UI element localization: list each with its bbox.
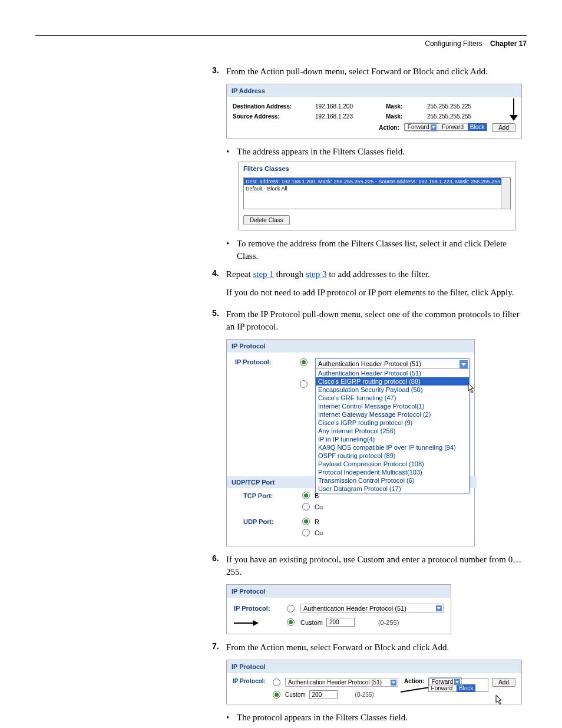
- arrow-annotation: [234, 620, 260, 626]
- dest-addr-label: Destination Address:: [233, 103, 297, 110]
- action-selected: Forward: [432, 678, 454, 685]
- custom-label: Custom: [300, 619, 323, 626]
- proto-opt[interactable]: OSPF routing protocol (89): [316, 452, 469, 460]
- step-3: 3. From the Action pull-down menu, selec…: [212, 65, 527, 78]
- frag-cu: Cu: [315, 503, 323, 510]
- radio-tcp-list[interactable]: [302, 492, 310, 499]
- radio-list[interactable]: [273, 678, 280, 686]
- ip-address-panel: IP Address Destination Address: 192.168.…: [226, 84, 522, 139]
- frag-r: R: [315, 518, 319, 525]
- step-7: 7. From the Action menu, select Forward …: [212, 641, 527, 654]
- panel-header: IP Protocol: [227, 660, 521, 673]
- proto-select[interactable]: Authentication Header Protocol (51): [300, 604, 444, 613]
- proto-opt[interactable]: Internet Control Message Protocol(1): [316, 402, 469, 410]
- step-4: 4. Repeat step 1 through step 3 to add a…: [212, 268, 527, 281]
- range-hint: (0-255): [355, 691, 374, 698]
- proto-opt[interactable]: Cisco's IGRP routing protocol (9): [316, 419, 469, 427]
- custom-label: Custom: [285, 691, 305, 698]
- proto-opt[interactable]: Any Internet Protocol (256): [316, 427, 469, 435]
- custom-value-input[interactable]: [309, 690, 338, 699]
- ip-protocol-custom-panel: IP Protocol IP Protocol: Authentication …: [226, 584, 451, 634]
- step-num: 6.: [212, 554, 226, 578]
- dest-addr-value: 192.168.1.200: [315, 103, 368, 110]
- filters-listbox[interactable]: Dest. address: 192.168.1.200, Mask: 255.…: [243, 177, 511, 209]
- action-opt-forward[interactable]: Forward: [439, 123, 466, 131]
- cursor-icon: [468, 383, 476, 393]
- proto-opt[interactable]: User Datagram Protocol (17): [316, 485, 469, 493]
- proto-opt[interactable]: Protocol Independent Multicast(103): [316, 468, 469, 476]
- chevron-down-icon: [431, 124, 437, 130]
- section-title: Configuring Filters: [425, 39, 482, 48]
- proto-select[interactable]: Authentication Header Protocol (51): [285, 678, 398, 687]
- radio-custom[interactable]: [273, 691, 280, 699]
- step-num: 5.: [212, 308, 226, 333]
- chevron-down-icon: [391, 680, 396, 686]
- chevron-down-icon: [436, 605, 442, 611]
- mask-label: Mask:: [386, 113, 409, 120]
- radio-udp-list[interactable]: [302, 518, 310, 525]
- radio-udp-custom[interactable]: [302, 529, 310, 536]
- step-5: 5. From the IP Protocol pull-down menu, …: [212, 308, 527, 333]
- ip-protocol-label: IP Protocol:: [235, 358, 300, 365]
- step-text: If you have an existing protocol, use Cu…: [226, 554, 527, 578]
- range-hint: (0-255): [378, 619, 399, 626]
- delete-class-button[interactable]: Delete Class: [243, 215, 290, 225]
- proto-opt[interactable]: KA9Q NOS compatible IP over IP tunneling…: [316, 443, 469, 452]
- step1-link[interactable]: step 1: [253, 269, 273, 279]
- custom-value-input[interactable]: [326, 618, 355, 627]
- step-text: From the Action pull-down menu, select F…: [226, 65, 527, 78]
- bullet-dot: [226, 238, 237, 262]
- mask-label: Mask:: [386, 103, 409, 110]
- src-addr-value: 192.168.1.223: [315, 113, 368, 120]
- arrow-annotation: [508, 98, 519, 122]
- bullet-text: To remove the address from the Filters C…: [237, 238, 527, 262]
- tcp-port-label: TCP Port:: [243, 492, 302, 499]
- scrollbar[interactable]: [501, 178, 510, 209]
- radio-tcp-custom[interactable]: [302, 503, 310, 510]
- filters-row[interactable]: Default - Block All: [244, 185, 510, 192]
- src-addr-label: Source Address:: [233, 113, 297, 120]
- filters-header: Filters Classes: [239, 162, 515, 175]
- panel-header: IP Protocol: [227, 585, 451, 598]
- frag-cu2: Cu: [315, 529, 323, 536]
- radio-list[interactable]: [287, 605, 295, 612]
- proto-selected-text: Authentication Header Protocol (51): [303, 605, 406, 612]
- radio-protocol-list[interactable]: [300, 358, 308, 366]
- ip-protocol-dropdown[interactable]: Authentication Header Protocol (51) Auth…: [315, 358, 470, 493]
- action-dropdown[interactable]: Forward Forward Block: [404, 123, 487, 131]
- proto-opt[interactable]: Internet Gateway Message Protocol (2): [316, 410, 469, 419]
- step3-link[interactable]: step 3: [306, 269, 326, 279]
- proto-opt[interactable]: Cisco's EIGRP routing protocol (88): [316, 377, 469, 386]
- bullet-text: The address appears in the Filters Class…: [237, 146, 405, 158]
- bullet-address-appears: The address appears in the Filters Class…: [226, 146, 527, 158]
- proto-opt[interactable]: IP in IP tunneling(4): [316, 435, 469, 443]
- proto-opt[interactable]: Transmission Control Protocol (6): [316, 476, 469, 485]
- t: Repeat: [226, 269, 253, 279]
- add-button[interactable]: Add: [492, 123, 515, 132]
- bullet-remove-address: To remove the address from the Filters C…: [226, 238, 527, 262]
- proto-opt[interactable]: Cisco's GRE tunneling (47): [316, 394, 469, 402]
- bullet-dot: [226, 711, 237, 724]
- radio-protocol-custom[interactable]: [300, 380, 308, 388]
- bullet-text: The protocol appears in the Filters Clas…: [237, 711, 408, 724]
- action-opt-block[interactable]: Block: [468, 123, 487, 131]
- action-dropdown[interactable]: Forward Forward Block: [428, 678, 489, 692]
- step-4-note: If you do not need to add IP protocol or…: [226, 286, 527, 299]
- src-mask-value: 255.255.255.255: [427, 113, 486, 120]
- step-text: From the IP Protocol pull-down menu, sel…: [226, 308, 527, 333]
- filters-row-selected[interactable]: Dest. address: 192.168.1.200, Mask: 255.…: [244, 178, 510, 185]
- udp-port-label: UDP Port:: [243, 518, 302, 525]
- t: to add addresses to the filter.: [326, 269, 429, 279]
- bullet-protocol-appears: The protocol appears in the Filters Clas…: [226, 711, 527, 724]
- step-num: 3.: [212, 65, 226, 78]
- cursor-icon: [495, 694, 504, 705]
- proto-selected: Authentication Header Protocol (51): [318, 360, 421, 367]
- add-button[interactable]: Add: [492, 678, 515, 687]
- ip-protocol-panel: IP Protocol IP Protocol: Authentication …: [226, 339, 475, 546]
- proto-opt[interactable]: Payload Compression Protocol (108): [316, 460, 469, 468]
- radio-custom[interactable]: [287, 618, 295, 626]
- step-num: 7.: [212, 641, 226, 654]
- proto-opt[interactable]: Encapsulation Security Payload (50): [316, 386, 469, 394]
- proto-opt[interactable]: Authentication Header Protocol (51): [316, 369, 469, 377]
- dest-mask-value: 255.255.255.225: [427, 103, 486, 110]
